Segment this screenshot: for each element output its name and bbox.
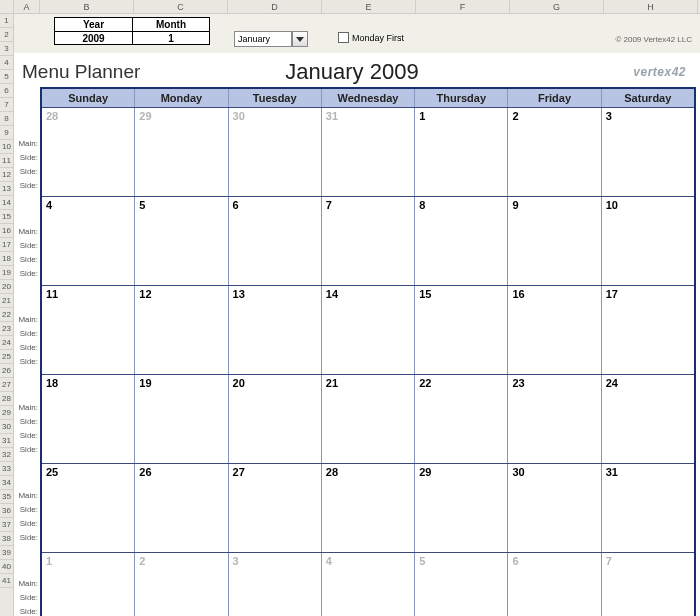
row-header[interactable]: 20: [0, 280, 13, 294]
row-header[interactable]: 6: [0, 84, 13, 98]
calendar-day[interactable]: 29: [415, 464, 508, 552]
calendar-day[interactable]: 27: [229, 464, 322, 552]
calendar-day[interactable]: 10: [602, 197, 694, 285]
row-header[interactable]: 29: [0, 406, 13, 420]
dropdown-value[interactable]: January: [234, 31, 292, 47]
row-header[interactable]: 5: [0, 70, 13, 84]
calendar-day[interactable]: 19: [135, 375, 228, 463]
row-header[interactable]: 23: [0, 322, 13, 336]
calendar-day[interactable]: 17: [602, 286, 694, 374]
calendar-day[interactable]: 30: [508, 464, 601, 552]
col-header[interactable]: G: [510, 0, 604, 13]
row-header[interactable]: 1: [0, 14, 13, 28]
row-header[interactable]: 28: [0, 392, 13, 406]
row-header[interactable]: 4: [0, 56, 13, 70]
calendar-day[interactable]: 24: [602, 375, 694, 463]
row-header[interactable]: 12: [0, 168, 13, 182]
calendar-day[interactable]: 1: [42, 553, 135, 616]
col-header[interactable]: A: [14, 0, 40, 13]
col-header[interactable]: E: [322, 0, 416, 13]
calendar-day[interactable]: 6: [229, 197, 322, 285]
calendar-title: January 2009: [285, 59, 418, 85]
calendar-day[interactable]: 31: [602, 464, 694, 552]
row-header[interactable]: 27: [0, 378, 13, 392]
row-header[interactable]: 40: [0, 560, 13, 574]
row-header[interactable]: 35: [0, 490, 13, 504]
calendar-day[interactable]: 12: [135, 286, 228, 374]
row-header[interactable]: 18: [0, 252, 13, 266]
calendar-day[interactable]: 20: [229, 375, 322, 463]
calendar-day[interactable]: 18: [42, 375, 135, 463]
calendar-day[interactable]: 21: [322, 375, 415, 463]
row-header[interactable]: 25: [0, 350, 13, 364]
calendar-day[interactable]: 23: [508, 375, 601, 463]
row-header[interactable]: 7: [0, 98, 13, 112]
col-header[interactable]: C: [134, 0, 228, 13]
row-header[interactable]: 3: [0, 42, 13, 56]
row-header[interactable]: 34: [0, 476, 13, 490]
row-header[interactable]: 2: [0, 28, 13, 42]
calendar-day[interactable]: 22: [415, 375, 508, 463]
row-header[interactable]: 14: [0, 196, 13, 210]
calendar-day[interactable]: 4: [322, 553, 415, 616]
calendar-day[interactable]: 9: [508, 197, 601, 285]
row-header[interactable]: 32: [0, 448, 13, 462]
row-header[interactable]: 33: [0, 462, 13, 476]
calendar-day[interactable]: 16: [508, 286, 601, 374]
calendar-day[interactable]: 28: [322, 464, 415, 552]
month-dropdown[interactable]: January: [234, 31, 308, 47]
month-input[interactable]: 1: [132, 31, 210, 45]
calendar-day[interactable]: 7: [322, 197, 415, 285]
row-header[interactable]: 31: [0, 434, 13, 448]
calendar-day[interactable]: 7: [602, 553, 694, 616]
row-header[interactable]: 9: [0, 126, 13, 140]
calendar-day[interactable]: 29: [135, 108, 228, 196]
row-header[interactable]: 38: [0, 532, 13, 546]
calendar-day[interactable]: 14: [322, 286, 415, 374]
calendar-day[interactable]: 1: [415, 108, 508, 196]
row-header[interactable]: 22: [0, 308, 13, 322]
checkbox-icon[interactable]: [338, 32, 349, 43]
calendar-day[interactable]: 11: [42, 286, 135, 374]
row-header[interactable]: 13: [0, 182, 13, 196]
calendar-day[interactable]: 8: [415, 197, 508, 285]
monday-first-checkbox[interactable]: Monday First: [338, 32, 404, 43]
calendar-day[interactable]: 2: [508, 108, 601, 196]
calendar-day[interactable]: 30: [229, 108, 322, 196]
row-header[interactable]: 39: [0, 546, 13, 560]
calendar-day[interactable]: 3: [229, 553, 322, 616]
row-header[interactable]: 24: [0, 336, 13, 350]
calendar-day[interactable]: 26: [135, 464, 228, 552]
col-header[interactable]: H: [604, 0, 698, 13]
calendar-day[interactable]: 5: [415, 553, 508, 616]
calendar-day[interactable]: 3: [602, 108, 694, 196]
row-header[interactable]: 11: [0, 154, 13, 168]
row-header[interactable]: 30: [0, 420, 13, 434]
calendar-day[interactable]: 5: [135, 197, 228, 285]
col-header[interactable]: B: [40, 0, 134, 13]
col-header[interactable]: F: [416, 0, 510, 13]
row-header[interactable]: 10: [0, 140, 13, 154]
row-header[interactable]: 26: [0, 364, 13, 378]
row-header[interactable]: 36: [0, 504, 13, 518]
row-header[interactable]: 21: [0, 294, 13, 308]
row-header[interactable]: 16: [0, 224, 13, 238]
row-header[interactable]: 8: [0, 112, 13, 126]
calendar-day[interactable]: 6: [508, 553, 601, 616]
row-header[interactable]: 19: [0, 266, 13, 280]
calendar-day[interactable]: 25: [42, 464, 135, 552]
col-header[interactable]: [0, 0, 14, 13]
calendar-day[interactable]: 13: [229, 286, 322, 374]
col-header[interactable]: D: [228, 0, 322, 13]
chevron-down-icon[interactable]: [292, 31, 308, 47]
calendar-day[interactable]: 31: [322, 108, 415, 196]
calendar-day[interactable]: 4: [42, 197, 135, 285]
calendar-day[interactable]: 15: [415, 286, 508, 374]
row-header[interactable]: 15: [0, 210, 13, 224]
row-header[interactable]: 17: [0, 238, 13, 252]
row-header[interactable]: 37: [0, 518, 13, 532]
calendar-day[interactable]: 2: [135, 553, 228, 616]
year-input[interactable]: 2009: [54, 31, 132, 45]
row-header[interactable]: 41: [0, 574, 13, 588]
calendar-day[interactable]: 28: [42, 108, 135, 196]
